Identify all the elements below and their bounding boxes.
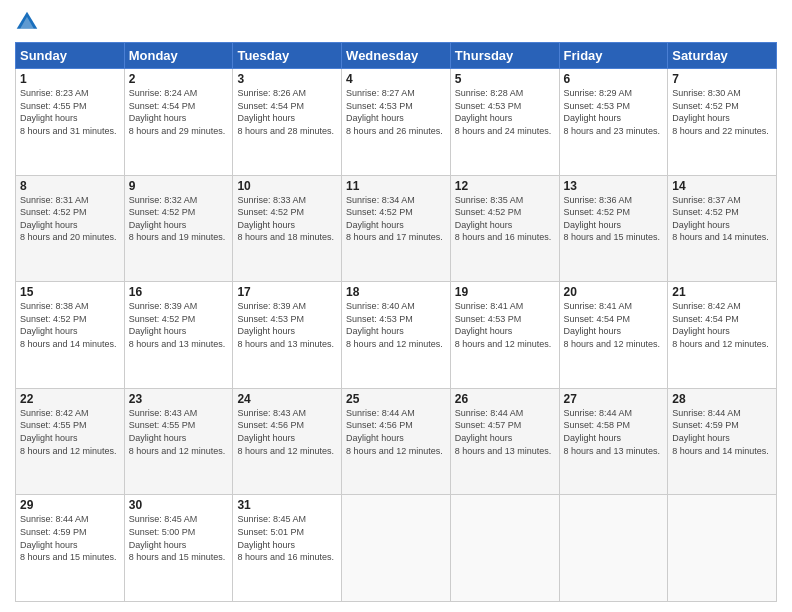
header [15, 10, 777, 34]
calendar-cell: 31Sunrise: 8:45 AMSunset: 5:01 PMDayligh… [233, 495, 342, 602]
day-number: 23 [129, 392, 229, 406]
day-info: Sunrise: 8:23 AMSunset: 4:55 PMDaylight … [20, 87, 120, 137]
calendar-cell: 14Sunrise: 8:37 AMSunset: 4:52 PMDayligh… [668, 175, 777, 282]
calendar-cell [450, 495, 559, 602]
logo-icon [15, 10, 39, 34]
calendar-cell: 12Sunrise: 8:35 AMSunset: 4:52 PMDayligh… [450, 175, 559, 282]
day-info: Sunrise: 8:24 AMSunset: 4:54 PMDaylight … [129, 87, 229, 137]
day-info: Sunrise: 8:44 AMSunset: 4:58 PMDaylight … [564, 407, 664, 457]
day-info: Sunrise: 8:34 AMSunset: 4:52 PMDaylight … [346, 194, 446, 244]
day-number: 24 [237, 392, 337, 406]
week-row-1: 1Sunrise: 8:23 AMSunset: 4:55 PMDaylight… [16, 69, 777, 176]
day-number: 15 [20, 285, 120, 299]
day-info: Sunrise: 8:41 AMSunset: 4:54 PMDaylight … [564, 300, 664, 350]
calendar-cell: 23Sunrise: 8:43 AMSunset: 4:55 PMDayligh… [124, 388, 233, 495]
calendar-cell [559, 495, 668, 602]
calendar-cell: 21Sunrise: 8:42 AMSunset: 4:54 PMDayligh… [668, 282, 777, 389]
day-info: Sunrise: 8:39 AMSunset: 4:53 PMDaylight … [237, 300, 337, 350]
calendar-body: 1Sunrise: 8:23 AMSunset: 4:55 PMDaylight… [16, 69, 777, 602]
day-info: Sunrise: 8:43 AMSunset: 4:55 PMDaylight … [129, 407, 229, 457]
day-number: 29 [20, 498, 120, 512]
calendar-cell: 4Sunrise: 8:27 AMSunset: 4:53 PMDaylight… [342, 69, 451, 176]
day-info: Sunrise: 8:37 AMSunset: 4:52 PMDaylight … [672, 194, 772, 244]
day-number: 6 [564, 72, 664, 86]
day-info: Sunrise: 8:44 AMSunset: 4:59 PMDaylight … [672, 407, 772, 457]
day-info: Sunrise: 8:30 AMSunset: 4:52 PMDaylight … [672, 87, 772, 137]
day-number: 9 [129, 179, 229, 193]
day-info: Sunrise: 8:42 AMSunset: 4:54 PMDaylight … [672, 300, 772, 350]
day-number: 25 [346, 392, 446, 406]
day-number: 31 [237, 498, 337, 512]
calendar-header: SundayMondayTuesdayWednesdayThursdayFrid… [16, 43, 777, 69]
calendar-cell [668, 495, 777, 602]
day-info: Sunrise: 8:44 AMSunset: 4:59 PMDaylight … [20, 513, 120, 563]
calendar-cell: 15Sunrise: 8:38 AMSunset: 4:52 PMDayligh… [16, 282, 125, 389]
calendar-cell: 13Sunrise: 8:36 AMSunset: 4:52 PMDayligh… [559, 175, 668, 282]
week-row-4: 22Sunrise: 8:42 AMSunset: 4:55 PMDayligh… [16, 388, 777, 495]
calendar-cell: 17Sunrise: 8:39 AMSunset: 4:53 PMDayligh… [233, 282, 342, 389]
page: SundayMondayTuesdayWednesdayThursdayFrid… [0, 0, 792, 612]
day-info: Sunrise: 8:38 AMSunset: 4:52 PMDaylight … [20, 300, 120, 350]
day-header-saturday: Saturday [668, 43, 777, 69]
day-info: Sunrise: 8:29 AMSunset: 4:53 PMDaylight … [564, 87, 664, 137]
week-row-5: 29Sunrise: 8:44 AMSunset: 4:59 PMDayligh… [16, 495, 777, 602]
day-number: 18 [346, 285, 446, 299]
calendar-cell: 24Sunrise: 8:43 AMSunset: 4:56 PMDayligh… [233, 388, 342, 495]
calendar-cell: 30Sunrise: 8:45 AMSunset: 5:00 PMDayligh… [124, 495, 233, 602]
calendar-cell: 29Sunrise: 8:44 AMSunset: 4:59 PMDayligh… [16, 495, 125, 602]
day-number: 19 [455, 285, 555, 299]
calendar-cell: 19Sunrise: 8:41 AMSunset: 4:53 PMDayligh… [450, 282, 559, 389]
calendar: SundayMondayTuesdayWednesdayThursdayFrid… [15, 42, 777, 602]
day-header-tuesday: Tuesday [233, 43, 342, 69]
calendar-cell: 9Sunrise: 8:32 AMSunset: 4:52 PMDaylight… [124, 175, 233, 282]
calendar-cell [342, 495, 451, 602]
calendar-cell: 7Sunrise: 8:30 AMSunset: 4:52 PMDaylight… [668, 69, 777, 176]
day-number: 17 [237, 285, 337, 299]
calendar-cell: 28Sunrise: 8:44 AMSunset: 4:59 PMDayligh… [668, 388, 777, 495]
day-number: 11 [346, 179, 446, 193]
day-info: Sunrise: 8:43 AMSunset: 4:56 PMDaylight … [237, 407, 337, 457]
day-info: Sunrise: 8:36 AMSunset: 4:52 PMDaylight … [564, 194, 664, 244]
calendar-cell: 10Sunrise: 8:33 AMSunset: 4:52 PMDayligh… [233, 175, 342, 282]
day-header-sunday: Sunday [16, 43, 125, 69]
calendar-cell: 8Sunrise: 8:31 AMSunset: 4:52 PMDaylight… [16, 175, 125, 282]
day-number: 20 [564, 285, 664, 299]
day-number: 5 [455, 72, 555, 86]
day-number: 26 [455, 392, 555, 406]
day-number: 22 [20, 392, 120, 406]
calendar-cell: 16Sunrise: 8:39 AMSunset: 4:52 PMDayligh… [124, 282, 233, 389]
day-info: Sunrise: 8:31 AMSunset: 4:52 PMDaylight … [20, 194, 120, 244]
calendar-cell: 2Sunrise: 8:24 AMSunset: 4:54 PMDaylight… [124, 69, 233, 176]
calendar-cell: 11Sunrise: 8:34 AMSunset: 4:52 PMDayligh… [342, 175, 451, 282]
day-number: 12 [455, 179, 555, 193]
day-number: 2 [129, 72, 229, 86]
day-header-wednesday: Wednesday [342, 43, 451, 69]
day-number: 1 [20, 72, 120, 86]
day-number: 30 [129, 498, 229, 512]
day-info: Sunrise: 8:35 AMSunset: 4:52 PMDaylight … [455, 194, 555, 244]
calendar-cell: 3Sunrise: 8:26 AMSunset: 4:54 PMDaylight… [233, 69, 342, 176]
calendar-cell: 26Sunrise: 8:44 AMSunset: 4:57 PMDayligh… [450, 388, 559, 495]
day-number: 4 [346, 72, 446, 86]
day-number: 3 [237, 72, 337, 86]
day-number: 7 [672, 72, 772, 86]
day-header-friday: Friday [559, 43, 668, 69]
day-number: 28 [672, 392, 772, 406]
day-info: Sunrise: 8:26 AMSunset: 4:54 PMDaylight … [237, 87, 337, 137]
day-info: Sunrise: 8:39 AMSunset: 4:52 PMDaylight … [129, 300, 229, 350]
day-info: Sunrise: 8:42 AMSunset: 4:55 PMDaylight … [20, 407, 120, 457]
day-info: Sunrise: 8:44 AMSunset: 4:56 PMDaylight … [346, 407, 446, 457]
day-info: Sunrise: 8:40 AMSunset: 4:53 PMDaylight … [346, 300, 446, 350]
calendar-cell: 6Sunrise: 8:29 AMSunset: 4:53 PMDaylight… [559, 69, 668, 176]
calendar-cell: 1Sunrise: 8:23 AMSunset: 4:55 PMDaylight… [16, 69, 125, 176]
day-number: 21 [672, 285, 772, 299]
day-header-monday: Monday [124, 43, 233, 69]
day-number: 13 [564, 179, 664, 193]
week-row-3: 15Sunrise: 8:38 AMSunset: 4:52 PMDayligh… [16, 282, 777, 389]
day-number: 8 [20, 179, 120, 193]
day-info: Sunrise: 8:28 AMSunset: 4:53 PMDaylight … [455, 87, 555, 137]
calendar-cell: 5Sunrise: 8:28 AMSunset: 4:53 PMDaylight… [450, 69, 559, 176]
day-number: 10 [237, 179, 337, 193]
day-info: Sunrise: 8:45 AMSunset: 5:00 PMDaylight … [129, 513, 229, 563]
day-info: Sunrise: 8:44 AMSunset: 4:57 PMDaylight … [455, 407, 555, 457]
